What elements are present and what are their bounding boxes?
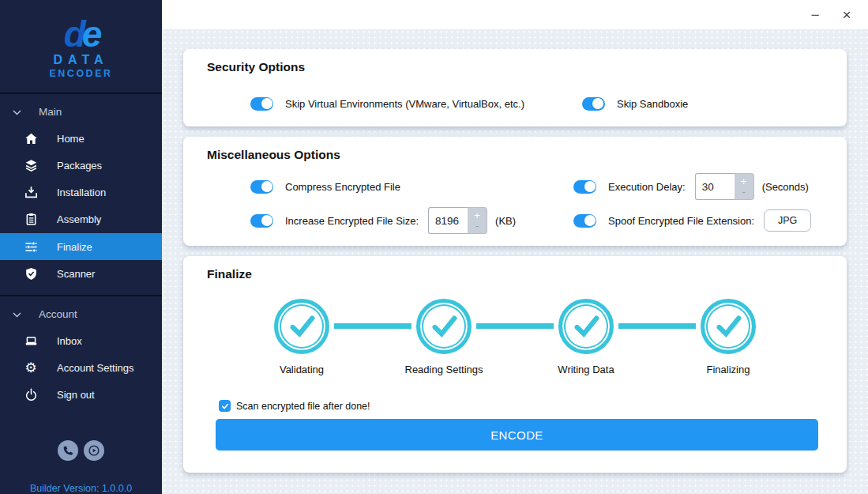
step-circle [701,299,756,354]
chevron-down-icon [13,106,21,118]
toggle-label: Spoof Encrypted File Extension: [608,215,754,227]
number-spinner: + - [468,207,487,234]
sidebar-item-assembly[interactable]: Assembly [0,206,162,233]
card-title: Security Options [207,60,847,74]
toggle-knob [261,181,272,192]
check-icon [713,311,743,341]
section-header-account[interactable]: Account [0,301,162,327]
toggle-knob [584,215,596,226]
sidebar-item-label: Installation [57,187,106,198]
sidebar-item-label: Account Settings [57,362,134,374]
layers-icon [24,159,38,173]
card-title: Miscellaneous Options [207,148,847,162]
sidebar-item-finalize[interactable]: Finalize [0,233,162,260]
sidebar-item-packages[interactable]: Packages [0,153,162,179]
step-label: Writing Data [558,364,614,375]
youtube-play-icon[interactable] [84,440,104,461]
step-circle [274,299,329,354]
titlebar: ─ × [162,0,868,29]
step-connector [476,323,554,329]
execution-delay-toggle[interactable] [573,180,596,194]
sidebar-item-sign-out[interactable]: Sign out [0,382,162,409]
spoof-extension-input[interactable] [764,209,811,232]
social-links [0,440,162,461]
finalize-card: Finalize Validating Reading Settings [183,256,847,473]
increase-file-size-toggle[interactable] [250,214,273,228]
sidebar-item-installation[interactable]: Installation [0,179,162,206]
sidebar-item-inbox[interactable]: Inbox [0,328,162,355]
check-icon [429,311,459,341]
step-label: Validating [280,364,324,375]
spinner-down-button[interactable]: - [742,187,745,197]
step-connector [618,323,696,329]
main-area: ─ × Security Options Skip Virtual Enviro… [162,0,868,494]
security-options-card: Security Options Skip Virtual Environmen… [183,49,847,126]
content-area: Security Options Skip Virtual Environmen… [162,29,868,494]
sidebar-item-scanner[interactable]: Scanner [0,260,162,287]
logo-monogram: de [64,17,99,51]
step-connector [334,323,411,329]
toggle-knob [592,98,603,109]
toggle-label: Skip Virtual Environments (VMware, Virtu… [285,98,524,110]
app-window: de DATA ENCODER Main Home Packages [0,0,868,494]
progress-steps: Validating Reading Settings [183,299,847,378]
phone-icon[interactable] [58,440,78,461]
sidebar-item-label: Home [57,133,85,145]
sidebar-item-label: Sign out [57,389,95,401]
sidebar-item-label: Assembly [57,213,101,225]
logo-word-encoder: ENCODER [49,68,112,79]
scan-after-done-checkbox[interactable] [219,400,231,412]
clipboard-icon [24,213,38,227]
check-icon [571,311,601,341]
skip-sandboxie-toggle[interactable] [582,97,605,111]
sidebar-item-label: Inbox [57,335,82,347]
gear-icon: ⚙ [24,361,38,375]
step-reading-settings: Reading Settings [416,299,472,354]
section-label: Main [39,106,62,118]
sidebar-item-label: Finalize [57,241,92,253]
minimize-button[interactable]: ─ [802,4,829,26]
card-title: Finalize [207,267,847,281]
step-validating: Validating [274,299,329,354]
toggle-label: Increase Encrypted File Size: [285,215,419,227]
toggle-label: Execution Delay: [608,181,686,193]
toggle-knob [261,98,272,109]
compress-file-toggle[interactable] [250,180,273,194]
sidebar-item-account-settings[interactable]: ⚙ Account Settings [0,355,162,382]
miscellaneous-options-card: Miscellaneous Options Compress Encrypted… [183,137,847,246]
close-button[interactable]: × [833,4,860,26]
spoof-extension-toggle[interactable] [573,214,596,228]
shield-check-icon [24,266,38,281]
skip-virtual-environments-toggle[interactable] [250,97,273,111]
sidebar-divider [0,295,162,296]
check-icon [287,311,317,341]
step-writing-data: Writing Data [558,299,614,354]
home-icon [24,131,38,145]
checkbox-label: Scan encrypted file after done! [236,401,370,412]
file-size-input[interactable] [428,207,468,234]
spinner-down-button[interactable]: - [475,221,479,231]
app-logo: de DATA ENCODER [0,0,162,94]
step-label: Finalizing [707,364,750,375]
toggle-knob [261,215,272,226]
toggle-label: Compress Encrypted File [285,181,400,193]
section-header-main[interactable]: Main [0,99,162,125]
step-circle [558,299,614,354]
sidebar: de DATA ENCODER Main Home Packages [0,0,162,494]
sidebar-item-home[interactable]: Home [0,125,162,152]
step-circle [416,299,472,354]
step-finalizing: Finalizing [701,299,756,354]
toggle-label: Skip Sandboxie [617,98,688,110]
logo-word-data: DATA [53,53,108,67]
logo-letter-d: d [64,13,82,55]
chevron-down-icon [13,308,21,320]
logo-letter-e: e [82,13,99,55]
unit-label: (KB) [495,215,516,227]
execution-delay-input[interactable] [695,173,735,200]
encode-button[interactable]: ENCODE [216,419,818,451]
sliders-icon [24,239,38,254]
sidebar-item-label: Packages [57,160,102,172]
check-icon [221,402,229,410]
unit-label: (Seconds) [762,181,809,193]
section-label: Account [39,308,77,320]
